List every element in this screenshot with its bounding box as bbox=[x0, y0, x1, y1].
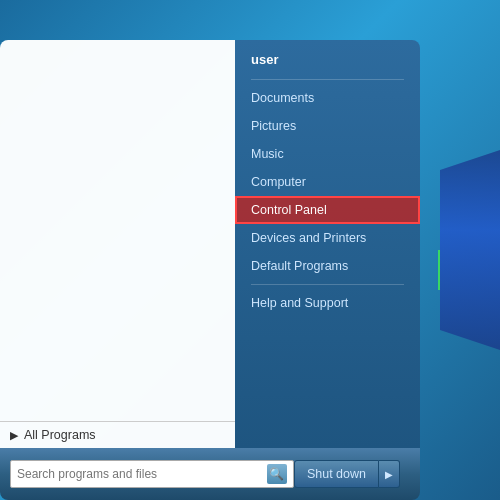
all-programs-section[interactable]: ▶ All Programs bbox=[0, 421, 235, 448]
all-programs-arrow-icon: ▶ bbox=[10, 429, 18, 442]
username: user bbox=[251, 52, 404, 67]
start-menu-container: ▶ All Programs user Documents Pictures M… bbox=[0, 40, 420, 500]
sidebar-item-documents[interactable]: Documents bbox=[235, 84, 420, 112]
sidebar-item-pictures[interactable]: Pictures bbox=[235, 112, 420, 140]
desktop-ribbon bbox=[440, 150, 500, 350]
start-menu-body: ▶ All Programs user Documents Pictures M… bbox=[0, 40, 420, 448]
shutdown-section: Shut down ▶ bbox=[294, 460, 400, 488]
desktop: 🌸 ▶ All Programs user bbox=[0, 0, 500, 500]
sidebar-item-computer[interactable]: Computer bbox=[235, 168, 420, 196]
sidebar-item-control-panel[interactable]: Control Panel bbox=[235, 196, 420, 224]
shutdown-arrow-button[interactable]: ▶ bbox=[379, 460, 400, 488]
sidebar-item-default-programs[interactable]: Default Programs bbox=[235, 252, 420, 280]
user-section: user bbox=[235, 40, 420, 75]
start-menu-bottom: 🔍 Shut down ▶ bbox=[0, 448, 420, 500]
search-section: 🔍 bbox=[10, 460, 294, 488]
shutdown-button[interactable]: Shut down bbox=[294, 460, 379, 488]
sidebar-item-music[interactable]: Music bbox=[235, 140, 420, 168]
desktop-decoration bbox=[438, 250, 440, 290]
chevron-right-icon: ▶ bbox=[385, 469, 393, 480]
search-button[interactable]: 🔍 bbox=[267, 464, 287, 484]
sidebar-item-devices-printers[interactable]: Devices and Printers bbox=[235, 224, 420, 252]
search-icon: 🔍 bbox=[269, 467, 284, 481]
left-panel: ▶ All Programs bbox=[0, 40, 235, 448]
all-programs-label: All Programs bbox=[24, 428, 96, 442]
separator-bottom bbox=[251, 284, 404, 285]
right-panel: user Documents Pictures Music Computer C… bbox=[235, 40, 420, 448]
search-input[interactable] bbox=[17, 467, 267, 481]
left-panel-content bbox=[0, 40, 235, 421]
sidebar-item-help-support[interactable]: Help and Support bbox=[235, 289, 420, 317]
separator-top bbox=[251, 79, 404, 80]
